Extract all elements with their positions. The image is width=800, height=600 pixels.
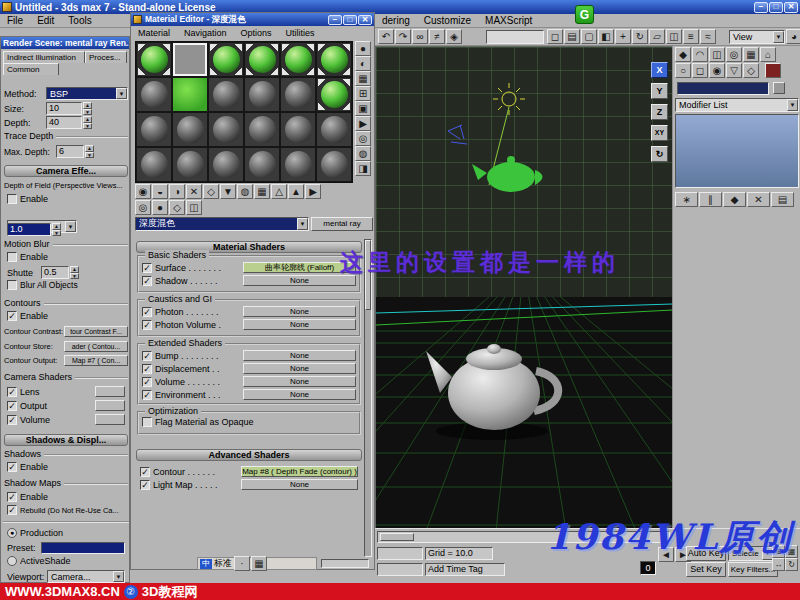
go-to-parent-icon[interactable]: ▲ xyxy=(288,184,304,199)
depth-field[interactable]: 40 xyxy=(46,116,82,129)
pin-stack-icon[interactable]: ∗ xyxy=(675,192,698,207)
output-shader-button[interactable] xyxy=(95,400,125,411)
time-slider-thumb[interactable] xyxy=(380,533,414,541)
render-scene-dialog-icon[interactable]: ◕ xyxy=(786,29,800,44)
shadows-displacement-rollout[interactable]: Shadows & Displ... xyxy=(4,434,128,446)
light-map-shader-button[interactable]: None xyxy=(241,479,358,490)
max-depth-field[interactable]: 6 xyxy=(56,145,84,158)
cameras-icon[interactable]: ▽ xyxy=(726,63,742,78)
motion-blur-enable-checkbox[interactable] xyxy=(7,252,17,262)
material-sample-slot-18[interactable] xyxy=(316,112,352,147)
highlight-swatch[interactable] xyxy=(765,63,781,78)
menu-file[interactable]: File xyxy=(0,14,30,27)
photon-volume-checkbox[interactable]: ✓ xyxy=(142,320,152,330)
select-by-name-icon[interactable]: ▤ xyxy=(564,29,580,44)
material-sample-slot-10[interactable] xyxy=(244,77,280,112)
menu-navigation[interactable]: Navigation xyxy=(177,27,234,39)
depth-spinner[interactable]: ▲▼ xyxy=(83,116,92,129)
dof-enable-checkbox[interactable] xyxy=(7,194,17,204)
camera-effects-rollout[interactable]: Camera Effe... xyxy=(4,165,128,177)
video-color-check-icon[interactable]: ▣ xyxy=(355,101,371,116)
add-time-tag[interactable]: Add Time Tag xyxy=(425,563,505,576)
make-preview-icon[interactable]: ▶ xyxy=(355,116,371,131)
object-color-swatch[interactable] xyxy=(773,82,785,94)
displacement-checkbox[interactable]: ✓ xyxy=(142,364,152,374)
get-material-icon[interactable]: ◉ xyxy=(135,184,151,199)
go-forward-to-sibling-icon[interactable]: ▶ xyxy=(305,184,321,199)
shadows-enable-checkbox[interactable]: ✓ xyxy=(7,462,17,472)
select-and-link-icon[interactable]: ∞ xyxy=(412,29,428,44)
chevron-down-icon[interactable]: ▼ xyxy=(65,221,76,232)
maximize-button[interactable]: □ xyxy=(769,2,783,13)
options-icon[interactable]: ◇ xyxy=(169,200,185,215)
material-sample-slot-15[interactable] xyxy=(208,112,244,147)
perspective-viewport[interactable] xyxy=(376,297,673,531)
contour-output-button[interactable]: Map #7 ( Con... xyxy=(64,355,128,366)
volume-checkbox[interactable]: ✓ xyxy=(7,415,17,425)
material-sample-slot-20[interactable] xyxy=(172,147,208,182)
production-radio[interactable]: ● xyxy=(7,528,17,538)
material-sample-slot-16[interactable] xyxy=(244,112,280,147)
material-sample-slot-17[interactable] xyxy=(280,112,316,147)
surface-checkbox[interactable]: ✓ xyxy=(142,263,152,273)
close-button[interactable]: ✕ xyxy=(358,15,372,25)
hierarchy-tab-icon[interactable]: ◫ xyxy=(709,47,725,62)
lens-shader-button[interactable] xyxy=(95,386,125,397)
remove-modifier-icon[interactable]: ✕ xyxy=(747,192,770,207)
light-map-checkbox[interactable]: ✓ xyxy=(140,480,150,490)
material-sample-slot-11[interactable] xyxy=(280,77,316,112)
method-dropdown[interactable]: BSP▼ xyxy=(46,87,128,100)
close-button[interactable]: ✕ xyxy=(784,2,798,13)
axis-xy-button[interactable]: XY xyxy=(651,125,668,141)
size-field[interactable]: 10 xyxy=(46,102,82,115)
material-sample-slot-24[interactable] xyxy=(316,147,352,182)
photon-volume-shader-button[interactable]: None xyxy=(243,319,356,330)
make-unique-icon[interactable]: ◆ xyxy=(723,192,746,207)
sample-type-flyout-icon[interactable]: ● xyxy=(152,200,168,215)
modifier-list-dropdown[interactable]: Modifier List ▼ xyxy=(675,98,799,112)
sample-type-icon[interactable]: ● xyxy=(355,41,371,56)
rectangular-selection-region-icon[interactable]: ▢ xyxy=(581,29,597,44)
shutter-spinner[interactable]: ▲▼ xyxy=(70,266,79,279)
show-end-result-icon[interactable]: △ xyxy=(271,184,287,199)
helpers-icon[interactable]: ◇ xyxy=(743,63,759,78)
material-sample-slot-6[interactable] xyxy=(316,42,352,77)
bump-shader-button[interactable]: None xyxy=(243,350,356,361)
shapes-icon[interactable]: ◻ xyxy=(692,63,708,78)
put-to-library-icon[interactable]: ▼ xyxy=(220,184,236,199)
material-sample-slot-13[interactable] xyxy=(136,112,172,147)
backlight-icon[interactable]: ◐ xyxy=(355,56,371,71)
volume-checkbox[interactable]: ✓ xyxy=(142,377,152,387)
chevron-down-icon[interactable]: ▼ xyxy=(773,31,784,43)
shutter-field[interactable]: 0.5 xyxy=(41,266,69,279)
material-map-navigator-icon[interactable]: ◨ xyxy=(355,161,371,176)
lens-checkbox[interactable]: ✓ xyxy=(7,387,17,397)
viewport[interactable] xyxy=(375,46,672,530)
material-id-channel-icon[interactable]: ◍ xyxy=(237,184,253,199)
reset-map-icon[interactable]: ✕ xyxy=(186,184,202,199)
navigator-icon[interactable]: ◫ xyxy=(186,200,202,215)
select-by-material-icon[interactable]: ◍ xyxy=(355,146,371,161)
ime-keyboard-icon[interactable]: ▦ xyxy=(251,556,267,571)
material-sample-slot-9[interactable] xyxy=(208,77,244,112)
shadow-checkbox[interactable]: ✓ xyxy=(142,276,152,286)
contour-checkbox[interactable]: ✓ xyxy=(140,467,150,477)
lights-icon[interactable]: ◉ xyxy=(709,63,725,78)
menu-customize[interactable]: Customize xyxy=(417,14,478,27)
fstop-spinner[interactable]: ▲▼ xyxy=(52,223,61,236)
set-key-button[interactable]: Set Key xyxy=(686,562,726,577)
object-name-field[interactable] xyxy=(677,82,769,95)
menu-material[interactable]: Material xyxy=(131,27,177,39)
material-sample-slot-14[interactable] xyxy=(172,112,208,147)
menu-tools[interactable]: Tools xyxy=(61,14,98,27)
rollout-scrollbar[interactable] xyxy=(364,239,372,557)
mirror-icon[interactable]: ◫ xyxy=(666,29,682,44)
axis-x-button[interactable]: X xyxy=(651,62,668,78)
background-icon[interactable]: ▦ xyxy=(355,71,371,86)
modifier-stack[interactable] xyxy=(675,114,799,188)
photon-checkbox[interactable]: ✓ xyxy=(142,307,152,317)
chevron-down-icon[interactable]: ▼ xyxy=(113,571,124,582)
contour-shader-button[interactable]: Map #8 ( Depth Fade (contour) ) xyxy=(241,466,358,477)
contour-store-button[interactable]: ader ( Contou... xyxy=(64,341,128,352)
material-editor-titlebar[interactable]: Material Editor - 深度混色 − □ ✕ xyxy=(131,13,374,26)
